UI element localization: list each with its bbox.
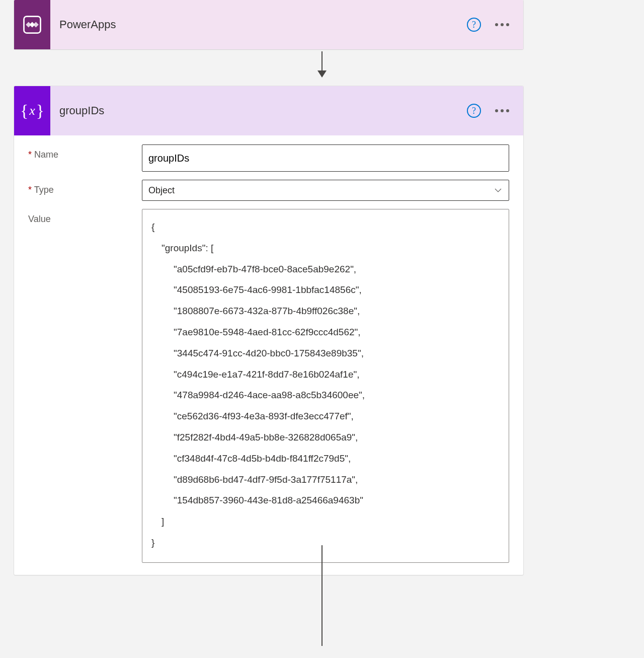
trigger-header[interactable]: PowerApps ?: [14, 0, 523, 49]
value-line: "45085193-6e75-4ac6-9981-1bbfac14856c",: [151, 279, 500, 301]
powerapps-icon: [14, 0, 50, 49]
help-icon[interactable]: ?: [467, 18, 481, 32]
svg-marker-2: [26, 22, 31, 28]
trigger-title: PowerApps: [50, 18, 467, 31]
more-menu-icon[interactable]: [495, 23, 509, 26]
action-body: * Name * Type Object Value: [14, 135, 523, 575]
name-input[interactable]: [142, 144, 509, 172]
value-line: "d89d68b6-bd47-4df7-9f5d-3a177f75117a",: [151, 469, 500, 490]
help-icon[interactable]: ?: [467, 104, 481, 118]
value-line: "1808807e-6673-432a-877b-4b9ff026c38e",: [151, 301, 500, 322]
name-label: * Name: [28, 144, 142, 160]
value-line: "ce562d36-4f93-4e3a-893f-dfe3ecc477ef",: [151, 406, 500, 427]
value-line: "groupIds": [: [151, 238, 500, 259]
connector-arrow: [317, 51, 327, 78]
value-line: "cf348d4f-47c8-4d5b-b4db-f841ff2c79d5",: [151, 448, 500, 469]
value-line: ]: [151, 511, 500, 532]
value-input[interactable]: {"groupIds": ["a05cfd9f-eb7b-47f8-bce0-8…: [142, 209, 509, 563]
type-select-value: Object: [148, 185, 175, 196]
svg-marker-3: [33, 22, 39, 28]
value-line: "3445c474-91cc-4d20-bbc0-175843e89b35",: [151, 343, 500, 364]
connector-stem: [321, 545, 323, 646]
type-select[interactable]: Object: [142, 180, 509, 201]
value-line: "478a9984-d246-4ace-aa98-a8c5b34600ee",: [151, 385, 500, 406]
value-line: "154db857-3960-443e-81d8-a25466a9463b": [151, 490, 500, 511]
value-line: {: [151, 216, 500, 238]
value-line: "c494c19e-e1a7-421f-8dd7-8e16b024af1e",: [151, 364, 500, 385]
type-label: * Type: [28, 180, 142, 195]
action-title: groupIDs: [50, 104, 467, 117]
chevron-down-icon: [494, 186, 503, 195]
value-line: "f25f282f-4bd4-49a5-bb8e-326828d065a9",: [151, 427, 500, 448]
variable-icon: {x}: [14, 86, 50, 135]
more-menu-icon[interactable]: [495, 109, 509, 112]
value-line: "7ae9810e-5948-4aed-81cc-62f9ccc4d562",: [151, 322, 500, 343]
action-header[interactable]: {x} groupIDs ?: [14, 86, 523, 135]
value-label: Value: [28, 209, 142, 225]
action-card: {x} groupIDs ? * Name * Type Object: [14, 86, 523, 575]
value-line: }: [151, 532, 500, 553]
value-line: "a05cfd9f-eb7b-47f8-bce0-8ace5ab9e262",: [151, 259, 500, 280]
trigger-card: PowerApps ?: [14, 0, 523, 49]
